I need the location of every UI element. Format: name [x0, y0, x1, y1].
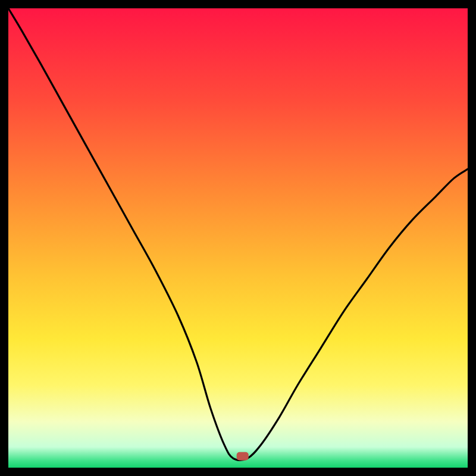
bottleneck-chart [8, 8, 468, 468]
optimal-point-marker [237, 452, 249, 461]
gradient-background [8, 8, 468, 468]
chart-frame: TheBottleneck.com [8, 8, 468, 468]
